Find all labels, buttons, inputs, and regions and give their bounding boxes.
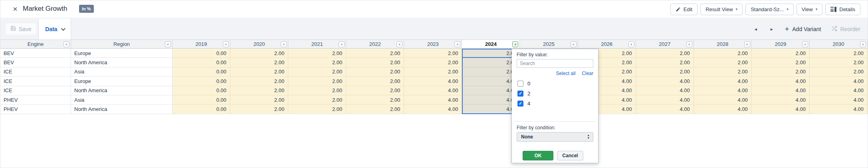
value-cell-2029[interactable]: 2.00 [752,49,810,58]
value-cell-2022[interactable]: 2.00 [346,105,404,114]
region-cell[interactable]: North America [71,58,172,67]
region-cell[interactable]: North America [71,105,172,114]
value-cell-2030[interactable]: 4.00 [810,77,868,86]
region-cell[interactable]: Asia [71,95,172,105]
region-cell[interactable]: Europe [71,77,172,86]
column-header-2026[interactable]: 2026▼ [578,40,636,49]
details-button[interactable]: Details [825,4,860,15]
select-all-link[interactable]: Select all [556,71,576,76]
column-header-2025[interactable]: 2025▼ [520,40,578,49]
value-cell-2027[interactable]: 4.00 [636,105,694,114]
previous-variant-icon[interactable]: ◂ [753,25,759,34]
value-cell-2020[interactable]: 2.00 [230,58,288,67]
region-cell[interactable]: North America [71,86,172,95]
value-cell-2028[interactable]: 4.00 [694,105,752,114]
column-header-2019[interactable]: 2019▼ [172,40,230,49]
value-cell-2020[interactable]: 2.00 [230,86,288,95]
value-cell-2020[interactable]: 2.00 [230,67,288,77]
column-header-2029[interactable]: 2029▼ [752,40,810,49]
value-cell-2028[interactable]: 2.00 [694,67,752,77]
engine-cell[interactable]: BEV [0,58,71,67]
column-header-2024[interactable]: 2024▼ [462,40,520,49]
value-cell-2021[interactable]: 2.00 [288,95,346,105]
engine-cell[interactable]: PHEV [0,105,71,114]
clear-link[interactable]: Clear [582,71,593,76]
filter-icon[interactable]: ▼ [628,41,634,47]
value-cell-2019[interactable]: 0.00 [172,67,230,77]
value-cell-2021[interactable]: 2.00 [288,67,346,77]
checkbox-checked-icon[interactable]: ✓ [517,101,523,107]
checkbox-unchecked-icon[interactable] [517,81,523,87]
filter-icon[interactable]: ▼ [744,41,750,47]
region-cell[interactable]: Europe [71,49,172,58]
value-cell-2023[interactable]: 4.00 [404,77,462,86]
value-cell-2019[interactable]: 0.00 [172,105,230,114]
value-cell-2022[interactable]: 2.00 [346,86,404,95]
value-cell-2023[interactable]: 2.00 [404,58,462,67]
value-cell-2022[interactable]: 2.00 [346,77,404,86]
value-cell-2029[interactable]: 4.00 [752,95,810,105]
column-header-2030[interactable]: 2030▼ [810,40,868,49]
value-cell-2019[interactable]: 0.00 [172,95,230,105]
value-cell-2030[interactable]: 2.00 [810,49,868,58]
column-header-region[interactable]: Region▼ [71,40,172,49]
filter-search-input[interactable] [517,59,593,68]
view-button[interactable]: View ▾ [797,4,822,15]
value-cell-2030[interactable]: 4.00 [810,86,868,95]
filter-icon[interactable]: ▼ [860,41,866,47]
filter-option[interactable]: ✓2 [517,89,594,99]
filter-icon[interactable]: ▼ [63,41,69,47]
value-cell-2019[interactable]: 0.00 [172,49,230,58]
value-cell-2023[interactable]: 2.00 [404,49,462,58]
region-cell[interactable]: Asia [71,67,172,77]
value-cell-2027[interactable]: 4.00 [636,77,694,86]
value-cell-2028[interactable]: 4.00 [694,95,752,105]
condition-select[interactable]: None ▲▼ [517,132,593,142]
value-cell-2027[interactable]: 4.00 [636,95,694,105]
ok-button[interactable]: OK [523,151,553,160]
filter-icon[interactable]: ▼ [339,41,345,47]
value-cell-2030[interactable]: 4.00 [810,95,868,105]
filter-option[interactable]: 0 [517,79,594,89]
value-cell-2023[interactable]: 4.00 [404,86,462,95]
value-cell-2027[interactable]: 2.00 [636,67,694,77]
value-cell-2020[interactable]: 2.00 [230,49,288,58]
value-cell-2028[interactable]: 4.00 [694,77,752,86]
value-cell-2020[interactable]: 2.00 [230,77,288,86]
value-cell-2019[interactable]: 0.00 [172,58,230,67]
value-cell-2028[interactable]: 4.00 [694,86,752,95]
filter-icon[interactable]: ▼ [802,41,808,47]
column-header-engine[interactable]: Engine▼ [0,40,71,49]
value-cell-2027[interactable]: 4.00 [636,86,694,95]
value-cell-2022[interactable]: 2.00 [346,67,404,77]
checkbox-checked-icon[interactable]: ✓ [517,91,523,97]
value-cell-2022[interactable]: 2.00 [346,58,404,67]
filter-active-icon[interactable]: ▼ [512,41,518,47]
value-cell-2023[interactable]: 4.00 [404,95,462,105]
value-cell-2019[interactable]: 0.00 [172,86,230,95]
close-icon[interactable]: ✕ [11,5,19,13]
column-header-2027[interactable]: 2027▼ [636,40,694,49]
reorder-button[interactable]: Reorder [831,26,860,33]
engine-cell[interactable]: BEV [0,49,71,58]
filter-icon[interactable]: ▼ [454,41,460,47]
column-header-2021[interactable]: 2021▼ [288,40,346,49]
filter-icon[interactable]: ▼ [281,41,287,47]
column-header-2022[interactable]: 2022▼ [346,40,404,49]
column-header-2028[interactable]: 2028▼ [694,40,752,49]
engine-cell[interactable]: ICE [0,77,71,86]
value-cell-2019[interactable]: 0.00 [172,77,230,86]
value-cell-2030[interactable]: 2.00 [810,58,868,67]
filter-icon[interactable]: ▼ [571,41,577,47]
value-cell-2021[interactable]: 2.00 [288,86,346,95]
value-cell-2022[interactable]: 2.00 [346,49,404,58]
value-cell-2021[interactable]: 2.00 [288,105,346,114]
value-cell-2027[interactable]: 2.00 [636,49,694,58]
column-header-2020[interactable]: 2020▼ [230,40,288,49]
value-cell-2020[interactable]: 2.00 [230,95,288,105]
result-view-button[interactable]: Result View ▾ [700,4,743,15]
filter-icon[interactable]: ▼ [396,41,402,47]
add-variant-button[interactable]: + Add Variant [785,26,821,33]
data-tab[interactable]: Data [38,19,71,40]
value-cell-2028[interactable]: 2.00 [694,49,752,58]
